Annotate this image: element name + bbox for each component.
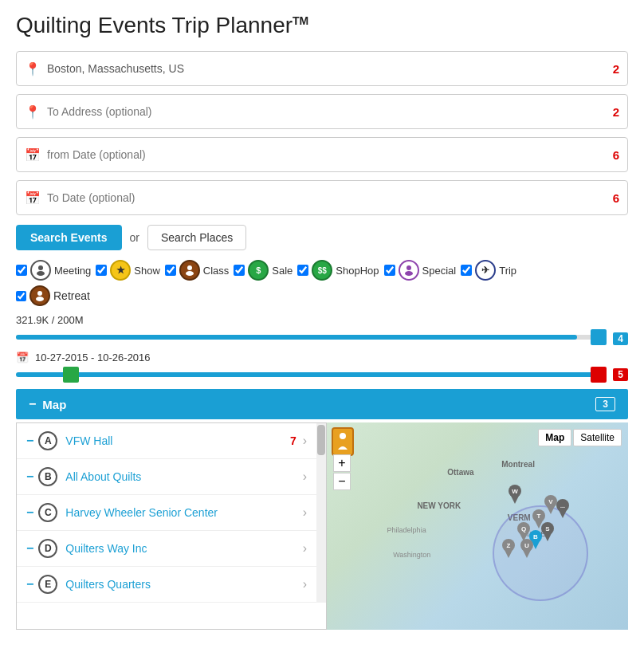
shophop-icon: $$ <box>312 260 332 281</box>
scrollbar-thumb[interactable] <box>317 425 325 455</box>
from-date-count: 6 <box>613 148 619 162</box>
svg-text:V: V <box>548 498 553 505</box>
filter-retreat-label: Retreat <box>53 289 90 302</box>
item-badge-b: B <box>38 467 57 486</box>
item-dash-b: − <box>26 470 33 484</box>
filter-trip-checkbox[interactable] <box>461 265 472 276</box>
filter-retreat-checkbox[interactable] <box>16 291 26 301</box>
list-item[interactable]: − C Harvey Wheeler Senior Center › <box>17 495 316 531</box>
collapse-icon: − <box>29 397 36 411</box>
svg-point-4 <box>406 265 411 270</box>
to-address-count: 2 <box>613 105 619 119</box>
to-date-count: 6 <box>613 191 619 205</box>
item-name-c: Harvey Wheeler Senior Center <box>65 506 296 519</box>
svg-point-3 <box>186 271 194 276</box>
from-address-input[interactable] <box>47 62 607 75</box>
filter-class-label: Class <box>203 265 230 277</box>
svg-marker-28 <box>504 548 513 558</box>
item-dash-c: − <box>26 505 33 520</box>
list-item[interactable]: − E Quilters Quarters › <box>17 567 316 603</box>
from-date-row: 📅 6 <box>16 137 628 172</box>
svg-point-8 <box>340 433 346 439</box>
item-count-a: 7 <box>290 434 296 447</box>
map-label-philadelphia: Philadelphia <box>387 526 426 534</box>
calendar-icon-2: 📅 <box>25 191 41 206</box>
special-icon <box>399 260 419 281</box>
item-name-a: VFW Hall <box>65 434 290 447</box>
map-background: Map Satellite + − Ottawa Montreal NEW YO… <box>327 422 628 630</box>
filter-trip-label: Trip <box>499 265 516 277</box>
svg-marker-34 <box>558 509 567 518</box>
to-date-input[interactable] <box>47 191 607 204</box>
sale-icon: $ <box>248 260 269 281</box>
map-pin-u[interactable]: U <box>520 539 534 560</box>
chevron-right-icon-a: › <box>303 434 307 448</box>
list-item[interactable]: − D Quilters Way Inc › <box>17 531 316 567</box>
item-badge-c: C <box>38 503 57 522</box>
search-events-button[interactable]: Search Events <box>16 225 122 250</box>
map-label-montreal: Montreal <box>501 460 535 469</box>
map-zoom-controls: + − <box>333 454 351 490</box>
item-dash-d: − <box>26 541 33 556</box>
map-header-left: − Map <box>29 397 66 411</box>
filter-sale-checkbox[interactable] <box>234 265 245 276</box>
filter-show: ★ Show <box>96 260 160 281</box>
satellite-view-button[interactable]: Satellite <box>573 429 622 446</box>
svg-text:U: U <box>524 542 529 549</box>
filter-special-checkbox[interactable] <box>384 265 395 276</box>
filter-class-checkbox[interactable] <box>165 265 176 276</box>
list-item[interactable]: − A VFW Hall 7 › <box>17 423 316 459</box>
distance-label: 321.9K / 200M <box>16 314 84 326</box>
svg-marker-10 <box>510 494 520 504</box>
svg-text:...: ... <box>560 503 565 509</box>
location-icon-2: 📍 <box>25 104 41 120</box>
chevron-right-icon-c: › <box>303 505 307 520</box>
main-content: − A VFW Hall 7 › − B All About Quilts › <box>16 422 628 630</box>
chevron-right-icon-b: › <box>303 470 307 484</box>
to-address-row: 📍 2 <box>16 94 628 129</box>
item-name-e: Quilters Quarters <box>65 578 296 591</box>
from-address-row: 📍 2 <box>16 51 628 86</box>
map-count-badge: 3 <box>595 397 615 411</box>
search-places-button[interactable]: Search Places <box>147 225 246 250</box>
map-pin-z[interactable]: Z <box>501 539 516 560</box>
distance-slider-fill <box>16 335 577 340</box>
date-slider-thumb-left[interactable] <box>63 367 79 383</box>
distance-slider-thumb[interactable] <box>591 329 607 345</box>
filter-meeting-label: Meeting <box>54 265 91 277</box>
map-pin-multi[interactable]: ... <box>556 499 570 521</box>
svg-point-0 <box>38 265 43 270</box>
zoom-out-button[interactable]: − <box>333 473 351 490</box>
scrollbar[interactable] <box>316 423 326 603</box>
date-slider-thumb-right[interactable] <box>591 367 607 383</box>
map-container[interactable]: Map Satellite + − Ottawa Montreal NEW YO… <box>327 422 628 630</box>
from-date-input[interactable] <box>47 148 607 161</box>
to-address-input[interactable] <box>47 105 607 118</box>
location-icon: 📍 <box>25 61 41 77</box>
filter-meeting-checkbox[interactable] <box>16 265 27 276</box>
map-section-header[interactable]: − Map 3 <box>16 389 628 419</box>
zoom-in-button[interactable]: + <box>333 454 351 472</box>
chevron-right-icon-d: › <box>303 541 307 556</box>
map-pin-w[interactable]: W <box>508 485 522 506</box>
item-name-b: All About Quilts <box>65 470 296 483</box>
street-view-icon[interactable] <box>332 427 354 456</box>
filter-shophop-checkbox[interactable] <box>297 265 308 276</box>
svg-point-6 <box>37 291 42 296</box>
filter-class: Class <box>165 260 230 281</box>
list-item[interactable]: − B All About Quilts › <box>17 459 316 495</box>
map-section-label: Map <box>42 398 66 411</box>
svg-point-7 <box>36 297 44 301</box>
filter-shophop-label: ShopHop <box>336 265 379 277</box>
map-view-button[interactable]: Map <box>538 429 571 446</box>
svg-text:B: B <box>533 533 538 540</box>
item-badge-d: D <box>38 539 57 558</box>
svg-marker-19 <box>543 532 552 541</box>
svg-text:T: T <box>537 513 541 520</box>
filter-show-checkbox[interactable] <box>96 265 107 276</box>
item-dash-e: − <box>26 577 33 591</box>
filter-special: Special <box>384 260 457 281</box>
retreat-icon <box>29 285 50 306</box>
map-label-newyork: NEW YORK <box>417 501 461 510</box>
date-range-row: 📅 10-27-2015 - 10-26-2016 <box>16 352 628 363</box>
